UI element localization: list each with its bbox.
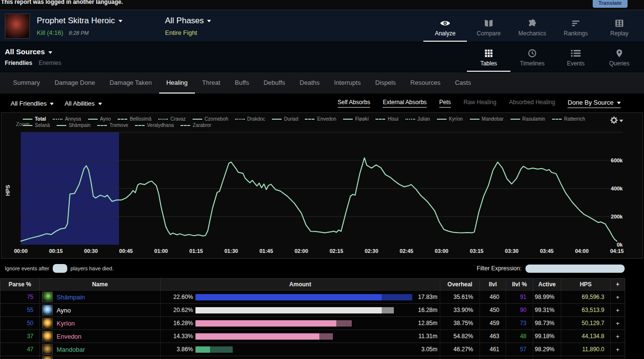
legend-julian[interactable]: Julian <box>405 116 430 122</box>
legend-selanà[interactable]: Selanà <box>23 122 50 128</box>
film-icon <box>614 18 625 28</box>
table-header-row: Parse %NameAmountOverhealIlvlIlvl %Activ… <box>0 279 625 290</box>
ability-filter-dropdown[interactable]: All Abilities <box>64 100 102 107</box>
friendlies-toggle[interactable]: Friendlies <box>5 60 32 66</box>
tab-debuffs[interactable]: Debuffs <box>256 72 293 94</box>
hps-line-chart[interactable]: 0k200k400k600k00:0000:1500:3000:4501:000… <box>1 113 643 258</box>
fight-selector[interactable]: Prophet Skitra Heroic <box>37 16 136 26</box>
expand-row-button[interactable]: + <box>610 330 625 343</box>
legend-czorneboh[interactable]: Czorneboh <box>193 116 228 122</box>
toggle-absorbed-healing[interactable]: Absorbed Healing <box>509 99 555 108</box>
done-by-source-dropdown[interactable]: Done By Source <box>568 99 621 108</box>
column-header-name[interactable]: Name <box>39 279 160 290</box>
tab-dispels[interactable]: Dispels <box>368 72 403 94</box>
toggle-external-absorbs[interactable]: External Absorbs <box>383 99 427 108</box>
deaths-cutoff-input[interactable] <box>53 264 67 273</box>
toggle-self-absorbs[interactable]: Self Absorbs <box>338 99 370 108</box>
chart-controls-row: Ignore events after players have died. F… <box>0 259 644 278</box>
source-selector[interactable]: All Sources <box>5 47 52 56</box>
class-spell-icon <box>42 318 53 328</box>
tab-interrupts[interactable]: Interrupts <box>327 72 368 94</box>
toggle-raw-healing[interactable]: Raw Healing <box>464 99 496 108</box>
column-header-hps[interactable]: HPS <box>561 279 610 290</box>
view-timelines[interactable]: Timelines <box>510 44 554 72</box>
legend-annysa[interactable]: Annysa <box>53 116 81 122</box>
legend-fløøkí[interactable]: Fløøkí <box>343 116 369 122</box>
legend-total[interactable]: Total <box>23 116 46 122</box>
view-events[interactable]: Events <box>554 44 598 72</box>
legend-rasulamin[interactable]: Rasulamin <box>510 116 545 122</box>
parse-percent: 37 <box>0 330 39 343</box>
legend-trxmove[interactable]: Trxmove <box>97 122 128 128</box>
tab-resources[interactable]: Resources <box>403 72 448 94</box>
player-name-link[interactable]: Envedon <box>57 333 81 340</box>
legend-hisui[interactable]: Hisui <box>375 116 398 122</box>
class-spell-icon <box>42 356 53 359</box>
expand-row-button[interactable]: + <box>610 291 625 303</box>
column-header-ilvl[interactable]: Ilvl <box>479 279 506 290</box>
view-tables[interactable]: Tables <box>467 44 510 72</box>
legend-line-swatch <box>235 119 245 120</box>
banner-message: This report was logged in another langua… <box>1 0 123 5</box>
active-percent-value: 98.73% <box>533 317 561 329</box>
legend-shâmpain[interactable]: Shâmpain <box>57 122 90 128</box>
legend-envedon[interactable]: Envedon <box>305 116 336 122</box>
player-name-link[interactable]: Kyrïon <box>57 320 75 327</box>
translate-button[interactable]: Translate <box>593 0 628 8</box>
tab-summary[interactable]: Summary <box>6 72 47 94</box>
column-header-amount[interactable]: Amount <box>160 279 440 290</box>
legend-ayno[interactable]: Ayno <box>88 116 111 122</box>
player-name-link[interactable]: Ayno <box>57 307 71 314</box>
boss-portrait[interactable] <box>5 14 30 39</box>
expand-row-button[interactable]: + <box>610 304 625 316</box>
enemies-toggle[interactable]: Enemies <box>39 60 61 66</box>
legend-ratterrich[interactable]: Ratterrich <box>552 116 585 122</box>
legend-kyrïon[interactable]: Kyrïon <box>437 116 463 122</box>
ilvl-value: 450 <box>479 304 506 316</box>
column-header-+[interactable]: + <box>610 279 625 290</box>
tab-casts[interactable]: Casts <box>448 72 478 94</box>
table-row-envedon: 37Envedon14.33%11.31m54.82%4634899.18%44… <box>0 329 625 343</box>
friendly-filter-dropdown[interactable]: All Friendlies <box>11 100 54 107</box>
legend-line-swatch <box>23 119 32 120</box>
column-header-ilvl[interactable]: Ilvl % <box>506 279 533 290</box>
phase-selector[interactable]: All Phases <box>165 16 211 26</box>
nav-analyze[interactable]: Analyze <box>423 15 467 42</box>
nav-compare[interactable]: Compare <box>467 15 510 42</box>
filter-expression-input[interactable] <box>525 265 625 273</box>
tab-healing[interactable]: Healing <box>159 72 195 94</box>
column-header-active[interactable]: Active <box>533 279 561 290</box>
table-row-kyrïon: 50Kyrïon16.28%12.85m38.75%4597398.73%50,… <box>0 316 625 329</box>
player-name-link[interactable]: Shâmpain <box>57 294 85 301</box>
amount-bar <box>195 333 414 340</box>
legend-zarabror[interactable]: Zarabror <box>180 122 211 128</box>
legend-duriad[interactable]: Duriad <box>272 116 298 122</box>
grid-icon <box>483 48 494 58</box>
tab-damage-done[interactable]: Damage Done <box>47 72 103 94</box>
legend-cravaz[interactable]: Cravaz <box>158 116 186 122</box>
tab-buffs[interactable]: Buffs <box>227 72 256 94</box>
nav-mechanics[interactable]: Mechanics <box>510 15 554 42</box>
tab-deaths[interactable]: Deaths <box>292 72 327 94</box>
column-header-overheal[interactable]: Overheal <box>440 279 479 290</box>
expand-row-button[interactable]: + <box>610 343 625 356</box>
svg-text:03:30: 03:30 <box>505 248 519 254</box>
view-queries[interactable]: Queries <box>598 44 641 72</box>
legend-veralydhana[interactable]: Veralydhana <box>135 122 174 128</box>
chart-settings-button[interactable] <box>610 116 623 125</box>
legend-bellissimâ[interactable]: Bellissimâ <box>118 116 151 122</box>
column-header-parse[interactable]: Parse % <box>0 279 39 290</box>
player-name-link[interactable]: Mandobar <box>57 346 85 353</box>
tab-threat[interactable]: Threat <box>195 72 228 94</box>
ilvl-percent-value: 90 <box>506 304 533 316</box>
amount-cell: 16.28%12.85m <box>160 317 440 329</box>
nav-replay[interactable]: Replay <box>598 15 641 42</box>
expand-row-button[interactable]: + <box>610 317 625 329</box>
toggle-pets[interactable]: Pets <box>439 99 451 108</box>
nav-rankings[interactable]: Rankings <box>554 15 598 42</box>
tab-damage-taken[interactable]: Damage Taken <box>102 72 159 94</box>
legend-mandobar[interactable]: Mandobar <box>470 116 504 122</box>
view-nav: TablesTimelinesEventsQueries <box>467 44 641 72</box>
legend-drakdoc[interactable]: Drakdoc <box>235 116 265 122</box>
table-row-partial <box>0 356 625 359</box>
